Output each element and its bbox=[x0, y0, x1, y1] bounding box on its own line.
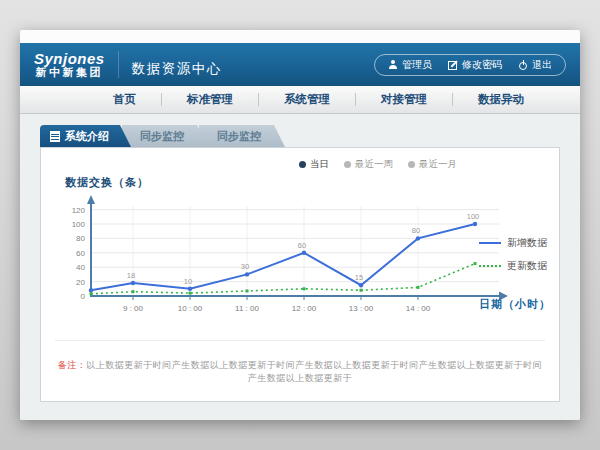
page-title: 数据资源中心 bbox=[132, 60, 222, 78]
radio-label: 最近一月 bbox=[419, 158, 457, 171]
svg-text:10 : 00: 10 : 00 bbox=[178, 304, 203, 313]
svg-text:13 : 00: 13 : 00 bbox=[349, 304, 374, 313]
svg-text:20: 20 bbox=[76, 278, 85, 287]
svg-text:80: 80 bbox=[412, 226, 420, 235]
svg-text:100: 100 bbox=[467, 212, 480, 221]
note-prefix: 备注： bbox=[58, 360, 87, 370]
svg-text:0: 0 bbox=[81, 292, 86, 301]
radio-dot bbox=[408, 161, 415, 168]
svg-text:30: 30 bbox=[241, 262, 249, 271]
power-icon bbox=[518, 60, 528, 70]
svg-text:60: 60 bbox=[298, 241, 306, 250]
user-menu-item-1[interactable]: 修改密码 bbox=[448, 58, 502, 72]
user-menu-label: 退出 bbox=[532, 58, 552, 72]
main-nav: 首页标准管理系统管理对接管理数据异动 bbox=[20, 86, 580, 114]
content-area: 系统介绍同步监控同步监控 当日最近一周最近一月 数据交换（条） 02040608… bbox=[20, 114, 580, 420]
legend-line-sample bbox=[479, 265, 501, 267]
tab-label: 系统介绍 bbox=[65, 125, 109, 147]
svg-text:11 : 00: 11 : 00 bbox=[235, 304, 259, 313]
svg-text:12 : 00: 12 : 00 bbox=[292, 304, 317, 313]
document-icon bbox=[50, 131, 60, 142]
user-menu-item-0[interactable]: 管理员 bbox=[388, 58, 432, 72]
footer-note: 备注：以上数据更新于时间产生数据以上数据更新于时间产生数据以上数据更新于时间产生… bbox=[55, 340, 545, 385]
y-axis-label: 数据交换（条） bbox=[65, 175, 149, 190]
tab-1[interactable]: 同步监控 bbox=[122, 125, 208, 147]
edit-icon bbox=[448, 60, 458, 70]
nav-item-4[interactable]: 数据异动 bbox=[453, 93, 549, 106]
period-radio-group: 当日最近一周最近一月 bbox=[299, 158, 457, 171]
tab-0[interactable]: 系统介绍 bbox=[40, 125, 131, 147]
user-menu-label: 管理员 bbox=[402, 58, 432, 72]
nav-item-1[interactable]: 标准管理 bbox=[162, 93, 259, 106]
window-top-strip bbox=[20, 30, 580, 43]
user-menu-label: 修改密码 bbox=[462, 58, 502, 72]
period-radio-1[interactable]: 最近一周 bbox=[344, 158, 393, 171]
user-icon bbox=[388, 60, 398, 70]
tab-label: 同步监控 bbox=[140, 130, 184, 142]
legend-label: 新增数据 bbox=[507, 236, 547, 250]
desktop-background: Synjones 新中新集团 数据资源中心 管理员修改密码退出 首页标准管理系统… bbox=[0, 0, 600, 450]
nav-item-3[interactable]: 对接管理 bbox=[356, 93, 453, 106]
user-menu: 管理员修改密码退出 bbox=[374, 54, 566, 76]
radio-dot bbox=[344, 161, 351, 168]
legend-item-0: 新增数据 bbox=[479, 236, 547, 250]
svg-text:10: 10 bbox=[184, 277, 192, 286]
nav-item-2[interactable]: 系统管理 bbox=[259, 93, 356, 106]
period-radio-2[interactable]: 最近一月 bbox=[408, 158, 457, 171]
radio-label: 最近一周 bbox=[355, 158, 393, 171]
x-axis-label: 日期（小时） bbox=[479, 297, 551, 312]
line-chart: 0204060801001209 : 0010 : 0011 : 0012 : … bbox=[59, 192, 529, 327]
svg-text:18: 18 bbox=[127, 271, 135, 280]
tab-label: 同步监控 bbox=[217, 130, 261, 142]
radio-label: 当日 bbox=[310, 158, 329, 171]
svg-text:100: 100 bbox=[72, 220, 86, 229]
app-window: Synjones 新中新集团 数据资源中心 管理员修改密码退出 首页标准管理系统… bbox=[20, 30, 580, 420]
legend-line-sample bbox=[479, 242, 501, 244]
chart-panel: 当日最近一周最近一月 数据交换（条） 0204060801001209 : 00… bbox=[40, 147, 560, 402]
svg-text:9 : 00: 9 : 00 bbox=[123, 304, 144, 313]
tab-bar: 系统介绍同步监控同步监控 bbox=[40, 125, 570, 147]
user-menu-item-2[interactable]: 退出 bbox=[518, 58, 552, 72]
logo-subtext: 新中新集团 bbox=[34, 67, 105, 79]
chart-legend: 新增数据更新数据 bbox=[479, 236, 547, 282]
radio-dot bbox=[299, 161, 306, 168]
tab-2[interactable]: 同步监控 bbox=[199, 125, 285, 147]
svg-text:40: 40 bbox=[76, 263, 85, 272]
app-header: Synjones 新中新集团 数据资源中心 管理员修改密码退出 bbox=[20, 43, 580, 86]
svg-text:15: 15 bbox=[355, 273, 363, 282]
svg-text:80: 80 bbox=[76, 234, 85, 243]
svg-text:120: 120 bbox=[72, 206, 86, 215]
logo-text: Synjones bbox=[34, 51, 105, 67]
svg-text:60: 60 bbox=[76, 249, 85, 258]
period-radio-0[interactable]: 当日 bbox=[299, 158, 329, 171]
nav-item-0[interactable]: 首页 bbox=[88, 93, 162, 106]
legend-label: 更新数据 bbox=[507, 259, 547, 273]
svg-text:14 : 00: 14 : 00 bbox=[406, 304, 431, 313]
brand-logo: Synjones 新中新集团 bbox=[34, 51, 119, 78]
note-text: 以上数据更新于时间产生数据以上数据更新于时间产生数据以上数据更新于时间产生数据以… bbox=[86, 360, 542, 383]
legend-item-1: 更新数据 bbox=[479, 259, 547, 273]
